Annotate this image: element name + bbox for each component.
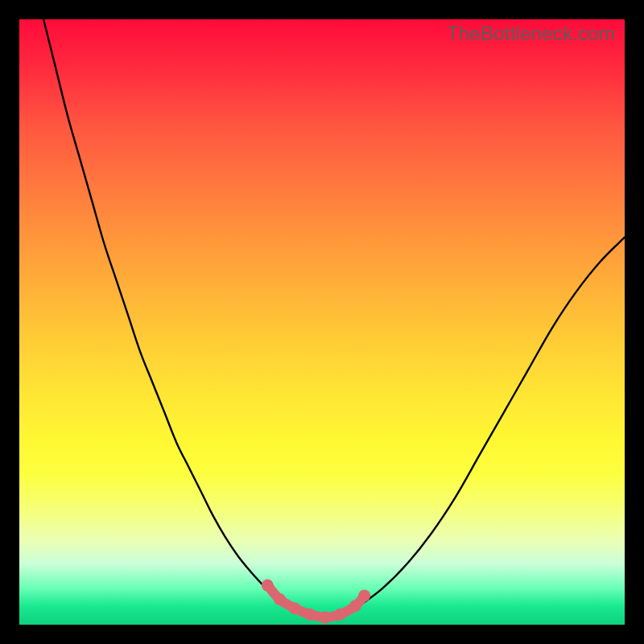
dot-floor-1	[289, 602, 301, 614]
dot-left-upper	[262, 580, 274, 592]
dot-floor-2	[303, 609, 316, 621]
dot-right-lower	[349, 600, 361, 612]
bottleneck-curve	[43, 19, 625, 618]
watermark-text: TheBottleneck.com	[447, 23, 615, 45]
chart-svg	[19, 19, 625, 625]
dot-left-lower	[274, 593, 286, 605]
dot-floor-3	[319, 611, 331, 623]
dot-right-upper	[358, 589, 370, 601]
dot-floor-4	[334, 609, 346, 621]
chart-frame: TheBottleneck.com	[19, 19, 625, 625]
